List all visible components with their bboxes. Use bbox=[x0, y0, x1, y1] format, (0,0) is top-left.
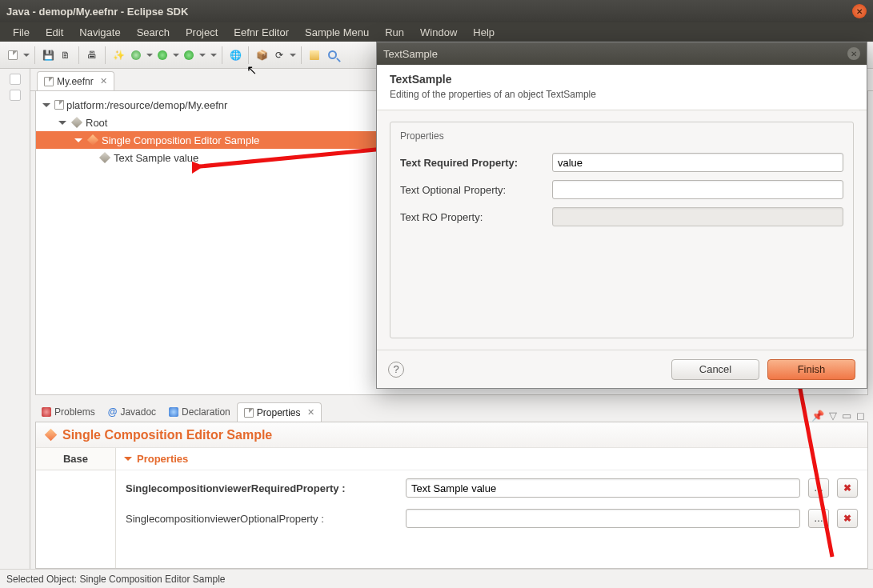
help-button[interactable]: ? bbox=[388, 362, 404, 378]
browse-button[interactable]: … bbox=[808, 478, 829, 498]
expand-icon[interactable] bbox=[58, 121, 66, 125]
browse-button[interactable]: … bbox=[808, 509, 829, 528]
optional-property-input[interactable] bbox=[406, 509, 800, 528]
text-optional-input[interactable] bbox=[552, 180, 843, 199]
toolbar-debug-dropdown[interactable] bbox=[146, 54, 153, 57]
editor-tab-label: My.eefnr bbox=[57, 76, 94, 87]
text-sample-dialog: TextSample ✕ TextSample Editing of the p… bbox=[376, 42, 867, 389]
dialog-subheading: Editing of the properties of an object T… bbox=[390, 89, 854, 100]
toolbar-refresh-icon[interactable]: ⟳ bbox=[271, 47, 287, 63]
properties-sidebar: Base bbox=[36, 448, 116, 568]
tab-label: Properties bbox=[257, 407, 301, 418]
stub-icon[interactable] bbox=[10, 74, 21, 85]
properties-sub-header[interactable]: Properties bbox=[116, 448, 867, 470]
form-label-required: SinglecompositionviewerRequiredProperty … bbox=[126, 482, 398, 494]
declaration-icon bbox=[169, 407, 178, 417]
sidebar-item-base[interactable]: Base bbox=[36, 448, 115, 470]
toolbar-save-icon[interactable]: 💾 bbox=[40, 47, 56, 63]
menu-edit[interactable]: Edit bbox=[38, 26, 71, 38]
maximize-icon[interactable]: ◻ bbox=[856, 410, 865, 422]
toolbar-package-icon[interactable]: 📦 bbox=[254, 47, 270, 63]
close-tab-icon[interactable]: ✕ bbox=[100, 76, 107, 86]
label-required: Text Required Property: bbox=[400, 157, 544, 169]
toolbar-run-external-dropdown[interactable] bbox=[199, 54, 206, 57]
menu-project[interactable]: Project bbox=[178, 26, 226, 38]
stub-icon[interactable] bbox=[10, 90, 21, 101]
toolbar-run-external-icon[interactable] bbox=[181, 47, 197, 63]
dialog-footer: ? Cancel Finish bbox=[377, 350, 867, 388]
finish-button[interactable]: Finish bbox=[767, 359, 855, 380]
text-ro-input bbox=[552, 207, 843, 226]
cancel-button[interactable]: Cancel bbox=[671, 359, 759, 380]
view-toolbar: 📌 ▽ ▭ ◻ bbox=[811, 410, 868, 422]
dialog-titlebar[interactable]: TextSample ✕ bbox=[377, 42, 867, 65]
window-title: Java - demop/My.eefnr - Eclipse SDK bbox=[6, 6, 188, 18]
expand-icon[interactable] bbox=[74, 138, 82, 142]
tab-declaration[interactable]: Declaration bbox=[162, 402, 237, 422]
required-property-input[interactable] bbox=[406, 478, 800, 498]
toolbar-debug-icon[interactable] bbox=[128, 47, 144, 63]
menu-file[interactable]: File bbox=[5, 26, 38, 38]
properties-body: Base Properties SinglecompositionviewerR… bbox=[36, 448, 867, 568]
node-icon bbox=[87, 134, 98, 146]
menu-search[interactable]: Search bbox=[129, 26, 178, 38]
menu-sample-menu[interactable]: Sample Menu bbox=[297, 26, 377, 38]
status-bar: Selected Object: Single Composition Edit… bbox=[0, 569, 873, 588]
toolbar-search-icon[interactable] bbox=[324, 47, 340, 63]
dialog-window-title: TextSample bbox=[383, 48, 438, 60]
properties-main: Properties SinglecompositionviewerRequir… bbox=[116, 448, 867, 568]
file-icon bbox=[44, 77, 54, 86]
toolbar-saveall-icon[interactable]: 🗎 bbox=[58, 47, 74, 63]
node-icon bbox=[45, 429, 58, 442]
dialog-heading: TextSample bbox=[390, 73, 854, 86]
toolbar-folder-icon[interactable] bbox=[306, 47, 322, 63]
label-optional: Text Optional Property: bbox=[400, 184, 544, 196]
lower-views: Problems @ Javadoc Declaration Propertie… bbox=[35, 400, 868, 569]
tree-label: platform:/resource/demop/My.eefnr bbox=[66, 99, 227, 111]
toolbar-dropdown[interactable] bbox=[210, 54, 217, 57]
delete-button[interactable]: ✖ bbox=[837, 478, 858, 498]
minimize-icon[interactable]: ▭ bbox=[842, 410, 851, 422]
view-menu-icon[interactable]: ▽ bbox=[829, 410, 837, 422]
properties-title-bar: Single Composition Editor Sample bbox=[36, 422, 867, 448]
window-close-button[interactable]: ✕ bbox=[852, 4, 867, 18]
mouse-cursor-icon: ↖ bbox=[246, 62, 257, 78]
status-text: Selected Object: Single Composition Edit… bbox=[6, 574, 225, 585]
form-row: SinglecompositionviewerRequiredProperty … bbox=[126, 478, 858, 498]
tab-problems[interactable]: Problems bbox=[35, 402, 102, 422]
menubar: File Edit Navigate Search Project Eefnr … bbox=[0, 22, 873, 42]
menu-run[interactable]: Run bbox=[377, 26, 412, 38]
expand-icon[interactable] bbox=[42, 103, 50, 107]
problems-icon bbox=[42, 407, 51, 417]
toolbar-new-dropdown[interactable] bbox=[23, 54, 30, 57]
toolbar-globe-icon[interactable]: 🌐 bbox=[227, 47, 243, 63]
menu-window[interactable]: Window bbox=[412, 26, 465, 38]
toolbar-new-icon[interactable] bbox=[5, 47, 21, 63]
menu-help[interactable]: Help bbox=[465, 26, 503, 38]
tab-javadoc[interactable]: @ Javadoc bbox=[102, 402, 162, 422]
properties-form: SinglecompositionviewerRequiredProperty … bbox=[116, 470, 867, 536]
dialog-form: Text Required Property: Text Optional Pr… bbox=[400, 153, 843, 226]
tree-label: Text Sample value bbox=[114, 152, 198, 164]
menu-navigate[interactable]: Navigate bbox=[71, 26, 128, 38]
properties-icon bbox=[244, 408, 254, 418]
toolbar-wand-icon[interactable]: ✨ bbox=[110, 47, 126, 63]
tab-properties[interactable]: Properties ✕ bbox=[237, 402, 322, 422]
toolbar-print-icon[interactable]: 🖶 bbox=[84, 47, 100, 63]
form-row: SinglecompositionviewerOptionalProperty … bbox=[126, 509, 858, 528]
label-readonly: Text RO Property: bbox=[400, 211, 544, 223]
pin-icon[interactable]: 📌 bbox=[811, 410, 824, 422]
toolbar-sep bbox=[248, 46, 249, 64]
dialog-close-button[interactable]: ✕ bbox=[847, 47, 860, 60]
delete-button[interactable]: ✖ bbox=[837, 509, 858, 528]
text-required-input[interactable] bbox=[552, 153, 843, 172]
toolbar-run-dropdown[interactable] bbox=[173, 54, 179, 57]
close-tab-icon[interactable]: ✕ bbox=[307, 407, 314, 418]
toolbar-refresh-dropdown[interactable] bbox=[290, 54, 296, 57]
toolbar-sep bbox=[105, 46, 106, 64]
toolbar-run-icon[interactable] bbox=[154, 47, 170, 63]
editor-tab-myeefnr[interactable]: My.eefnr ✕ bbox=[37, 71, 114, 90]
tab-label: Problems bbox=[54, 406, 95, 418]
menu-eefnr-editor[interactable]: Eefnr Editor bbox=[226, 26, 297, 38]
dialog-body: Properties Text Required Property: Text … bbox=[377, 110, 867, 350]
